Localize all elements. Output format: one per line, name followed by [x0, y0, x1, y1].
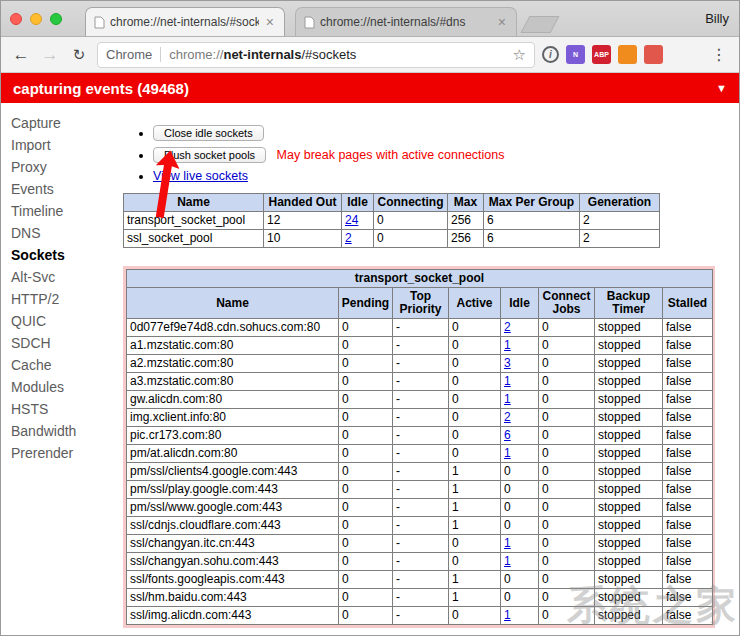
table-cell: 2 — [342, 230, 374, 248]
table-title-row: transport_socket_pool — [127, 270, 713, 288]
sidebar-item-capture[interactable]: Capture — [11, 112, 119, 134]
table-cell: ssl/changyan.sohu.com:443 — [127, 553, 339, 571]
idle-sockets-count-link[interactable]: 3 — [504, 356, 511, 370]
close-tab-icon[interactable]: × — [264, 15, 276, 29]
idle-sockets-count-link[interactable]: 24 — [345, 213, 358, 227]
table-cell: a1.mzstatic.com:80 — [127, 337, 339, 355]
column-header: Connecting — [374, 194, 448, 212]
idle-sockets-count-link[interactable]: 2 — [504, 320, 511, 334]
tab-dns[interactable]: chrome://net-internals/#dns × — [295, 7, 517, 36]
minimize-window-button[interactable] — [30, 13, 42, 25]
extension-icon-1[interactable]: N — [566, 45, 585, 64]
sidebar-item-sdch[interactable]: SDCH — [11, 332, 119, 354]
table-cell: 0 — [374, 212, 448, 230]
table-cell: stopped — [595, 409, 663, 427]
sidebar-item-sockets[interactable]: Sockets — [11, 244, 119, 266]
table-cell: 1 — [449, 463, 501, 481]
table-cell: 0 — [339, 373, 393, 391]
idle-sockets-count-link[interactable]: 2 — [345, 231, 352, 245]
reload-icon[interactable]: ↻ — [68, 46, 90, 64]
table-cell: pm/ssl/www.google.com:443 — [127, 499, 339, 517]
new-tab-button[interactable] — [520, 16, 559, 33]
table-cell: 0 — [449, 319, 501, 337]
table-cell: 0 — [501, 517, 539, 535]
table-cell: ssl/cdnjs.cloudflare.com:443 — [127, 517, 339, 535]
sidebar-item-timeline[interactable]: Timeline — [11, 200, 119, 222]
close-window-button[interactable] — [10, 13, 22, 25]
view-live-sockets-link[interactable]: View live sockets — [153, 169, 248, 183]
idle-sockets-count-link[interactable]: 1 — [504, 608, 511, 622]
table-cell: false — [663, 517, 713, 535]
extension-icon-2[interactable]: ABP — [592, 45, 611, 64]
idle-sockets-count-link[interactable]: 1 — [504, 374, 511, 388]
idle-sockets-count-link[interactable]: 1 — [504, 392, 511, 406]
table-cell: 1 — [501, 337, 539, 355]
address-bar[interactable]: Chrome chrome:// net-internals /#sockets… — [97, 42, 535, 68]
sidebar-item-prerender[interactable]: Prerender — [11, 442, 119, 464]
extension-icon-4[interactable] — [644, 45, 663, 64]
sidebar-item-import[interactable]: Import — [11, 134, 119, 156]
table-cell: - — [393, 553, 449, 571]
sidebar-item-http-2[interactable]: HTTP/2 — [11, 288, 119, 310]
table-cell: 0 — [539, 517, 595, 535]
table-cell: 0 — [339, 427, 393, 445]
menu-icon[interactable]: ⋮ — [708, 45, 730, 64]
table-cell: 0 — [539, 355, 595, 373]
table-row: pm/at.alicdn.com:800-010stoppedfalse — [127, 445, 713, 463]
table-cell: stopped — [595, 373, 663, 391]
sidebar-item-cache[interactable]: Cache — [11, 354, 119, 376]
close-tab-icon[interactable]: × — [496, 15, 508, 29]
info-icon[interactable]: i — [542, 46, 559, 63]
table-cell: 0 — [339, 481, 393, 499]
chevron-down-icon[interactable]: ▼ — [716, 82, 727, 94]
table-cell: 0 — [501, 589, 539, 607]
table-row: ssl_socket_pool102025662 — [124, 230, 660, 248]
table-cell: 0 — [339, 463, 393, 481]
sidebar-item-hsts[interactable]: HSTS — [11, 398, 119, 420]
zoom-window-button[interactable] — [50, 13, 62, 25]
sidebar-item-dns[interactable]: DNS — [11, 222, 119, 244]
browser-toolbar: ← → ↻ Chrome chrome:// net-internals /#s… — [1, 37, 739, 73]
table-cell: stopped — [595, 337, 663, 355]
sidebar-item-proxy[interactable]: Proxy — [11, 156, 119, 178]
table-cell: ssl/changyan.itc.cn:443 — [127, 535, 339, 553]
bookmark-star-icon[interactable]: ☆ — [513, 46, 526, 64]
sidebar-item-quic[interactable]: QUIC — [11, 310, 119, 332]
idle-sockets-count-link[interactable]: 1 — [504, 446, 511, 460]
table-row: pic.cr173.com:800-060stoppedfalse — [127, 427, 713, 445]
table-cell: 0 — [339, 499, 393, 517]
socket-pool-summary-table: NameHanded OutIdleConnectingMaxMax Per G… — [123, 193, 660, 248]
table-cell: 0 — [539, 481, 595, 499]
table-cell: stopped — [595, 553, 663, 571]
sidebar: CaptureImportProxyEventsTimelineDNSSocke… — [1, 103, 119, 636]
sidebar-item-events[interactable]: Events — [11, 178, 119, 200]
tab-sockets[interactable]: chrome://net-internals/#sock × — [85, 7, 285, 36]
flush-socket-pools-button[interactable]: Flush socket pools — [153, 147, 266, 163]
column-header: Backup Timer — [595, 288, 663, 319]
table-cell: 0 — [539, 535, 595, 553]
column-header: Idle — [501, 288, 539, 319]
column-header: Handed Out — [264, 194, 342, 212]
extension-icon-3[interactable] — [618, 45, 637, 64]
idle-sockets-count-link[interactable]: 1 — [504, 338, 511, 352]
idle-sockets-count-link[interactable]: 1 — [504, 536, 511, 550]
table-cell: 0 — [539, 553, 595, 571]
close-idle-sockets-button[interactable]: Close idle sockets — [153, 125, 264, 141]
table-cell: 1 — [449, 481, 501, 499]
sidebar-item-modules[interactable]: Modules — [11, 376, 119, 398]
table-cell: 0 — [449, 445, 501, 463]
sidebar-item-alt-svc[interactable]: Alt-Svc — [11, 266, 119, 288]
idle-sockets-count-link[interactable]: 6 — [504, 428, 511, 442]
table-cell: false — [663, 355, 713, 373]
idle-sockets-count-link[interactable]: 1 — [504, 554, 511, 568]
sidebar-item-bandwidth[interactable]: Bandwidth — [11, 420, 119, 442]
back-icon[interactable]: ← — [10, 45, 32, 65]
table-row: transport_socket_pool1224025662 — [124, 212, 660, 230]
omnibox-divider — [160, 47, 161, 62]
table-cell: stopped — [595, 427, 663, 445]
table-cell: false — [663, 463, 713, 481]
table-cell: 2 — [501, 319, 539, 337]
idle-sockets-count-link[interactable]: 2 — [504, 410, 511, 424]
forward-icon[interactable]: → — [39, 45, 61, 65]
table-cell: - — [393, 463, 449, 481]
